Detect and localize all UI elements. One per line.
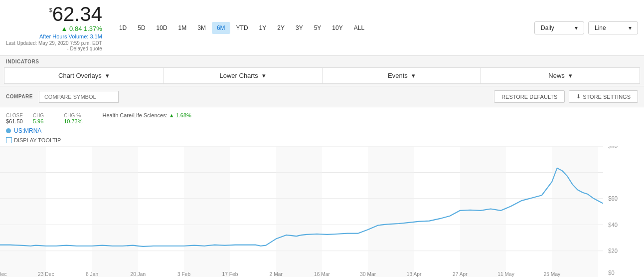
period-3m[interactable]: 3M xyxy=(192,22,211,34)
ticker-dot xyxy=(6,128,11,133)
chg-value: 5.96 xyxy=(33,118,44,124)
price-main: 62.34 xyxy=(52,3,102,25)
news-label: News xyxy=(548,72,565,79)
price-section: $62.34 ▲ 0.84 1.37% After Hours Volume: … xyxy=(6,4,110,51)
events-label: Events xyxy=(388,72,408,79)
svg-text:30 Mar: 30 Mar xyxy=(360,271,376,277)
indicators-dropdowns: Chart Overlays ▾ Lower Charts ▾ Events ▾… xyxy=(0,65,644,86)
period-2y[interactable]: 2Y xyxy=(272,22,290,34)
right-controls: Daily ▾ Line ▾ xyxy=(534,21,638,34)
change-amount: 0.84 xyxy=(69,25,82,32)
events-dropdown[interactable]: Events ▾ xyxy=(322,67,481,84)
period-3y[interactable]: 3Y xyxy=(291,22,308,34)
svg-text:16 Mar: 16 Mar xyxy=(314,271,330,277)
svg-rect-8 xyxy=(184,146,230,277)
svg-text:25 May: 25 May xyxy=(544,271,561,277)
svg-rect-7 xyxy=(92,146,138,277)
compare-actions: RESTORE DEFAULTS ⬇ STORE SETTINGS xyxy=(494,90,638,103)
svg-text:13 Apr: 13 Apr xyxy=(407,271,422,277)
store-icon: ⬇ xyxy=(576,93,581,100)
store-btn-label: STORE SETTINGS xyxy=(583,94,631,100)
svg-text:6 Jan: 6 Jan xyxy=(86,271,98,277)
period-1m[interactable]: 1M xyxy=(173,22,192,34)
chart-type-dropdown[interactable]: Line ▾ xyxy=(588,21,638,34)
period-buttons: 1D 5D 10D 1M 3M 6M YTD 1Y 2Y 3Y 5Y 10Y A… xyxy=(114,22,369,34)
delayed-quote: - Delayed quote xyxy=(6,46,102,51)
frequency-value: Daily xyxy=(541,24,554,31)
last-updated: Last Updated: May 29, 2020 7:59 p.m. EDT xyxy=(6,40,102,46)
svg-text:20 Jan: 20 Jan xyxy=(130,271,146,277)
svg-text:2 Mar: 2 Mar xyxy=(270,271,283,277)
svg-text:$80: $80 xyxy=(608,146,618,149)
ticker-row: US:MRNA xyxy=(0,125,644,136)
news-dropdown[interactable]: News ▾ xyxy=(481,67,640,84)
period-all[interactable]: ALL xyxy=(349,22,369,34)
sector-info: Health Care/Life Sciences: ▲ 1.68% xyxy=(102,112,191,118)
store-settings-button[interactable]: ⬇ STORE SETTINGS xyxy=(569,90,638,103)
close-value: $61.50 xyxy=(6,118,23,124)
lower-charts-chevron: ▾ xyxy=(262,72,266,79)
chart-section: CLOSE $61.50 CHG 5.96 CHG % 10.73% Healt… xyxy=(0,107,644,277)
svg-rect-11 xyxy=(460,146,506,277)
tooltip-row[interactable]: DISPLAY TOOLTIP xyxy=(0,136,644,144)
svg-rect-10 xyxy=(368,146,414,277)
chg-pct-label: CHG % xyxy=(64,113,82,118)
chart-overlays-label: Chart Overlays xyxy=(58,72,102,79)
close-stat: CLOSE $61.50 xyxy=(6,113,23,124)
frequency-chevron: ▾ xyxy=(575,24,578,31)
chart-type-value: Line xyxy=(595,24,606,31)
indicators-label: INDICATORS xyxy=(0,56,644,65)
compare-label: COMPARE xyxy=(6,94,33,99)
svg-rect-6 xyxy=(0,146,46,277)
svg-text:$20: $20 xyxy=(608,248,618,254)
chart-area: $80 $60 $40 $20 $0 9 Dec 23 Dec 6 Jan 20… xyxy=(0,146,644,277)
after-hours-value: 3.1M xyxy=(90,33,102,39)
svg-text:3 Feb: 3 Feb xyxy=(177,271,190,277)
tooltip-label: DISPLAY TOOLTIP xyxy=(14,137,61,143)
svg-text:23 Dec: 23 Dec xyxy=(38,271,54,277)
period-6m[interactable]: 6M xyxy=(212,22,230,34)
change-arrow: ▲ xyxy=(61,25,68,32)
frequency-dropdown[interactable]: Daily ▾ xyxy=(534,21,584,34)
after-hours: After Hours Volume: 3.1M xyxy=(6,33,102,39)
period-ytd[interactable]: YTD xyxy=(231,22,253,34)
period-5y[interactable]: 5Y xyxy=(309,22,326,34)
chg-pct-value: 10.73% xyxy=(64,118,82,124)
chg-pct-stat: CHG % 10.73% xyxy=(64,113,82,124)
news-chevron: ▾ xyxy=(569,72,572,79)
close-label: CLOSE xyxy=(6,113,23,118)
compare-row: COMPARE RESTORE DEFAULTS ⬇ STORE SETTING… xyxy=(0,86,644,107)
compare-input[interactable] xyxy=(39,91,119,103)
svg-text:$60: $60 xyxy=(608,195,618,202)
period-1d[interactable]: 1D xyxy=(114,22,132,34)
events-chevron: ▾ xyxy=(412,72,415,79)
restore-defaults-button[interactable]: RESTORE DEFAULTS xyxy=(494,90,565,103)
period-10y[interactable]: 10Y xyxy=(327,22,347,34)
price-change: ▲ 0.84 1.37% xyxy=(6,25,102,32)
chart-overlays-dropdown[interactable]: Chart Overlays ▾ xyxy=(4,67,163,84)
price-chart: $80 $60 $40 $20 $0 9 Dec 23 Dec 6 Jan 20… xyxy=(0,146,644,277)
svg-text:$40: $40 xyxy=(608,221,618,228)
sector-value: ▲ 1.68% xyxy=(169,112,191,118)
svg-text:17 Feb: 17 Feb xyxy=(222,271,238,277)
chg-stat: CHG 5.96 xyxy=(33,113,44,124)
sector-label: Health Care/Life Sciences: xyxy=(102,112,167,118)
period-5d[interactable]: 5D xyxy=(133,22,150,34)
lower-charts-label: Lower Charts xyxy=(219,72,258,79)
svg-text:11 May: 11 May xyxy=(497,271,514,277)
period-10d[interactable]: 10D xyxy=(152,22,172,34)
svg-rect-9 xyxy=(276,146,322,277)
period-1y[interactable]: 1Y xyxy=(254,22,272,34)
svg-rect-12 xyxy=(552,146,598,277)
chg-label: CHG xyxy=(33,113,44,118)
ticker-label: US:MRNA xyxy=(14,127,41,134)
svg-text:9 Dec: 9 Dec xyxy=(0,271,7,277)
svg-text:27 Apr: 27 Apr xyxy=(453,271,468,277)
chart-type-chevron: ▾ xyxy=(629,24,632,31)
chart-overlays-chevron: ▾ xyxy=(106,72,109,79)
indicators-section: INDICATORS Chart Overlays ▾ Lower Charts… xyxy=(0,56,644,107)
change-pct: 1.37% xyxy=(84,25,102,32)
svg-text:$0: $0 xyxy=(608,269,615,276)
tooltip-checkbox-icon[interactable] xyxy=(6,137,12,143)
lower-charts-dropdown[interactable]: Lower Charts ▾ xyxy=(163,67,322,84)
